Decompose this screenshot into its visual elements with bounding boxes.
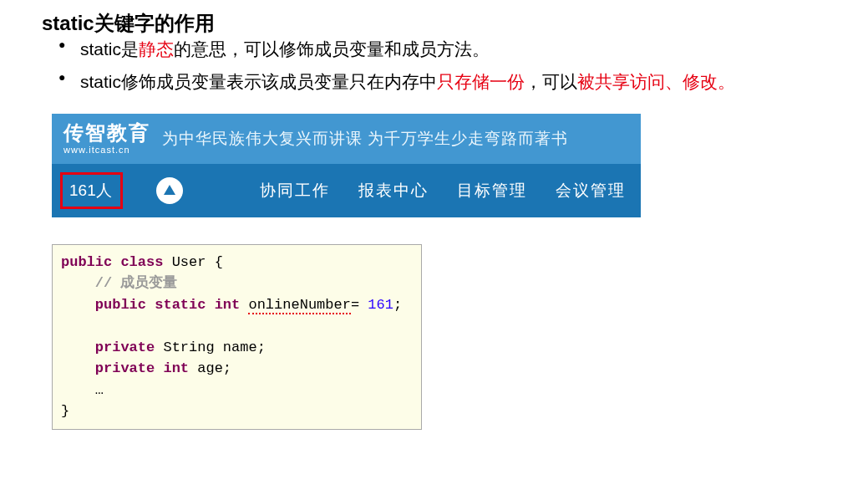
text: static修饰成员变量表示该成员变量只在内存中	[80, 72, 437, 91]
kw: public	[61, 254, 112, 270]
text: static是	[80, 39, 139, 59]
kw: int	[215, 297, 241, 313]
kw: private	[95, 340, 155, 355]
kw: public	[95, 297, 146, 313]
online-count-value: 161人	[69, 180, 112, 202]
nav-item-report[interactable]: 报表中心	[358, 180, 429, 202]
comment: // 成员变量	[95, 275, 178, 291]
kw: private	[95, 360, 155, 376]
text-highlight: 只存储一份	[437, 72, 525, 91]
text-highlight: 被共享访问、修改。	[577, 72, 735, 91]
nav-icon	[156, 177, 183, 204]
num-literal: 161	[368, 297, 393, 313]
triangle-up-icon	[164, 185, 175, 195]
code-text: User {	[163, 254, 222, 270]
field-name: onlineNumber	[248, 297, 350, 314]
logo-text-cn: 传智教育	[63, 122, 150, 144]
bullet-list: static是静态的意思，可以修饰成员变量和成员方法。 static修饰成员变量…	[42, 33, 868, 99]
code-text: age;	[189, 360, 231, 376]
nav-item-meeting[interactable]: 会议管理	[556, 180, 626, 202]
text: 的意思，可以修饰成员变量和成员方法。	[174, 39, 490, 59]
code-block: public class User { // 成员变量 public stati…	[52, 244, 422, 430]
banner-header: 传智教育 www.itcast.cn 为中华民族伟大复兴而讲课 为千万学生少走弯…	[52, 114, 641, 164]
logo-text-url: www.itcast.cn	[63, 145, 150, 155]
slogan-text: 为中华民族伟大复兴而讲课 为千万学生少走弯路而著书	[162, 128, 568, 150]
text: ，可以	[525, 72, 577, 91]
kw: class	[120, 254, 163, 270]
nav-item-collab[interactable]: 协同工作	[260, 180, 330, 202]
screenshot-banner: 传智教育 www.itcast.cn 为中华民族伟大复兴而讲课 为千万学生少走弯…	[52, 114, 641, 217]
online-count-badge: 161人	[60, 172, 123, 209]
bullet-1: static是静态的意思，可以修饰成员变量和成员方法。	[67, 33, 868, 66]
nav-item-goal[interactable]: 目标管理	[457, 180, 527, 202]
code-text: =	[351, 297, 368, 313]
code-text: ;	[393, 297, 402, 313]
code-text: …	[95, 382, 104, 398]
text-highlight: 静态	[139, 39, 174, 59]
nav-bar: 161人 协同工作 报表中心 目标管理 会议管理	[52, 164, 641, 217]
code-text: name;	[223, 340, 266, 355]
kw: int	[163, 360, 189, 376]
code-text: }	[61, 403, 69, 419]
logo: 传智教育 www.itcast.cn	[63, 122, 150, 154]
bullet-2: static修饰成员变量表示该成员变量只在内存中只存储一份，可以被共享访问、修改…	[67, 66, 868, 99]
kw: static	[155, 297, 206, 313]
code-text: String	[155, 340, 223, 355]
